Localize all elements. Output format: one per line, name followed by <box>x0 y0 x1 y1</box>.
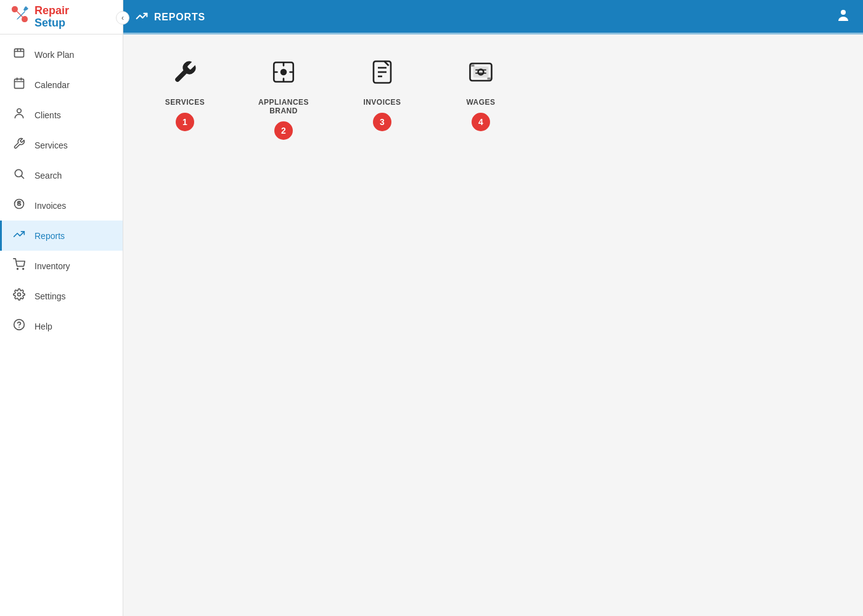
invoices-report-icon <box>369 59 395 91</box>
svg-point-15 <box>18 293 21 296</box>
user-avatar-icon[interactable] <box>836 8 851 26</box>
sidebar-item-clients-label: Clients <box>35 110 61 120</box>
sidebar-item-settings[interactable]: Settings <box>0 281 123 311</box>
sidebar-item-work-plan[interactable]: Work Plan <box>0 39 123 70</box>
sidebar-item-invoices-label: Invoices <box>35 201 66 211</box>
svg-point-20 <box>280 69 287 76</box>
svg-line-10 <box>22 176 24 179</box>
sidebar-item-search-label: Search <box>35 171 62 180</box>
report-card-appliances-brand[interactable]: APPLIANCES BRAND 2 <box>247 59 321 140</box>
sidebar-item-services-label: Services <box>35 140 68 150</box>
sidebar-item-invoices[interactable]: Invoices <box>0 190 123 221</box>
report-card-invoices[interactable]: INVOICES 3 <box>345 59 419 140</box>
sidebar-item-reports[interactable]: Reports <box>0 221 123 251</box>
topbar-underline <box>123 33 863 34</box>
sidebar-item-calendar-label: Calendar <box>35 80 70 90</box>
svg-rect-0 <box>15 49 24 57</box>
services-report-icon <box>172 59 198 91</box>
sidebar-collapse-button[interactable]: ‹ <box>116 11 129 25</box>
sidebar-item-inventory-label: Inventory <box>35 261 70 271</box>
appliances-brand-report-icon <box>271 59 297 91</box>
wages-report-label: WAGES <box>466 98 495 107</box>
sidebar-item-clients[interactable]: Clients <box>0 100 123 130</box>
app-logo: RepairSetup <box>0 0 123 34</box>
topbar-title: REPORTS <box>136 10 205 25</box>
sidebar-nav: Work Plan Calendar Clients <box>0 34 123 616</box>
report-card-services[interactable]: SERVICES 1 <box>148 59 222 140</box>
sidebar-item-settings-label: Settings <box>35 291 66 301</box>
sidebar-item-work-plan-label: Work Plan <box>35 50 74 60</box>
svg-point-18 <box>841 10 846 15</box>
sidebar-item-help-label: Help <box>35 322 52 331</box>
wages-report-icon <box>468 59 494 91</box>
search-icon <box>12 168 26 183</box>
svg-point-14 <box>23 269 24 270</box>
wages-report-badge: 4 <box>472 113 490 131</box>
appliances-brand-report-badge: 2 <box>274 121 293 140</box>
report-cards-container: SERVICES 1 APPLIANCES BRAND 2 <box>148 59 838 140</box>
sidebar-item-help[interactable]: Help <box>0 311 123 341</box>
sidebar-item-search[interactable]: Search <box>0 160 123 190</box>
sidebar-item-services[interactable]: Services <box>0 130 123 160</box>
appliances-brand-report-label: APPLIANCES BRAND <box>247 98 321 115</box>
services-icon <box>12 137 26 153</box>
sidebar-item-calendar[interactable]: Calendar <box>0 70 123 100</box>
work-plan-icon <box>12 47 26 62</box>
report-card-wages[interactable]: WAGES 4 <box>444 59 518 140</box>
topbar: REPORTS <box>123 0 863 34</box>
svg-rect-30 <box>471 65 474 67</box>
svg-rect-31 <box>488 78 491 80</box>
invoices-report-label: INVOICES <box>363 98 401 107</box>
clients-icon <box>12 107 26 123</box>
content-area: SERVICES 1 APPLIANCES BRAND 2 <box>123 34 863 616</box>
reports-icon <box>12 228 26 243</box>
svg-rect-4 <box>15 79 24 88</box>
invoices-report-badge: 3 <box>373 113 391 131</box>
settings-icon <box>12 288 26 304</box>
inventory-icon <box>12 258 26 274</box>
services-report-label: SERVICES <box>165 98 205 107</box>
services-report-badge: 1 <box>176 113 194 131</box>
help-icon <box>12 318 26 334</box>
sidebar-item-reports-label: Reports <box>35 231 65 241</box>
svg-point-8 <box>17 109 22 113</box>
calendar-icon <box>12 77 26 92</box>
svg-rect-26 <box>473 67 489 78</box>
svg-point-13 <box>17 269 18 270</box>
invoices-icon <box>12 198 26 213</box>
trend-icon <box>136 10 148 25</box>
sidebar-item-inventory[interactable]: Inventory <box>0 251 123 281</box>
logo-text: RepairSetup <box>35 5 69 30</box>
svg-point-9 <box>15 169 22 177</box>
sidebar: RepairSetup Work Plan Calendar <box>0 0 123 616</box>
main-area: REPORTS SERVICES 1 <box>123 0 863 616</box>
logo-icon <box>10 5 30 29</box>
